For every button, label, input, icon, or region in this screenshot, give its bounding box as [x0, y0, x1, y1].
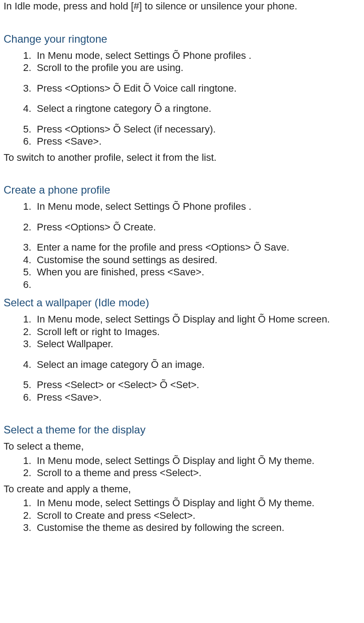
list-item: In Menu mode, select Settings Õ Display …: [34, 455, 360, 467]
list-item: In Menu mode, select Settings Õ Display …: [34, 313, 360, 326]
list-item: In Menu mode, select Settings Õ Phone pr…: [34, 200, 360, 213]
list-item: Press <Save>.: [34, 135, 360, 148]
list-change-ringtone: In Menu mode, select Settings Õ Phone pr…: [4, 49, 360, 148]
list-item: In Menu mode, select Settings Õ Display …: [34, 497, 360, 509]
list-item: Press <Save>.: [34, 391, 360, 404]
list-item: Press <Options> Õ Edit Õ Voice call ring…: [34, 82, 360, 95]
list-item: Enter a name for the profile and press <…: [34, 241, 360, 254]
document-page: { "intro": "In Idle mode, press and hold…: [0, 0, 364, 534]
section-select-wallpaper: Select a wallpaper (Idle mode) In Menu m…: [4, 296, 360, 403]
list-item: Scroll to the profile you are using.: [34, 62, 360, 74]
subtext-create-theme: To create and apply a theme,: [4, 483, 360, 495]
list-item: When you are finished, press <Save>.: [34, 266, 360, 278]
list-item: Scroll to a theme and press <Select>.: [34, 467, 360, 479]
list-select-theme-2: In Menu mode, select Settings Õ Display …: [4, 497, 360, 534]
list-item: Press <Options> Õ Create.: [34, 221, 360, 234]
list-item: Customise the sound settings as desired.: [34, 254, 360, 266]
subtext-select-theme: To select a theme,: [4, 440, 360, 453]
list-create-profile: In Menu mode, select Settings Õ Phone pr…: [4, 200, 360, 291]
list-item: Customise the theme as desired by follow…: [34, 521, 360, 534]
heading-create-profile: Create a phone profile: [4, 183, 360, 197]
list-item: In Menu mode, select Settings Õ Phone pr…: [34, 49, 360, 62]
section-change-ringtone: Change your ringtone In Menu mode, selec…: [4, 32, 360, 164]
list-item: Press <Select> or <Select> Õ <Set>.: [34, 379, 360, 391]
list-item: Select Wallpaper.: [34, 338, 360, 350]
section-create-profile: Create a phone profile In Menu mode, sel…: [4, 183, 360, 291]
list-item: Scroll to Create and press <Select>.: [34, 509, 360, 522]
list-item: [34, 278, 360, 291]
intro-text: In Idle mode, press and hold [#] to sile…: [4, 0, 360, 13]
list-item: Select a ringtone category Õ a ringtone.: [34, 102, 360, 115]
list-select-theme-1: In Menu mode, select Settings Õ Display …: [4, 455, 360, 479]
heading-change-ringtone: Change your ringtone: [4, 32, 360, 46]
trailer-text: To switch to another profile, select it …: [4, 151, 360, 164]
list-item: Select an image category Õ an image.: [34, 358, 360, 371]
heading-select-wallpaper: Select a wallpaper (Idle mode): [4, 296, 360, 309]
heading-select-theme: Select a theme for the display: [4, 423, 360, 437]
list-item: Scroll left or right to Images.: [34, 326, 360, 338]
list-select-wallpaper: In Menu mode, select Settings Õ Display …: [4, 313, 360, 403]
section-select-theme: Select a theme for the display To select…: [4, 423, 360, 534]
list-item: Press <Options> Õ Select (if necessary).: [34, 123, 360, 136]
